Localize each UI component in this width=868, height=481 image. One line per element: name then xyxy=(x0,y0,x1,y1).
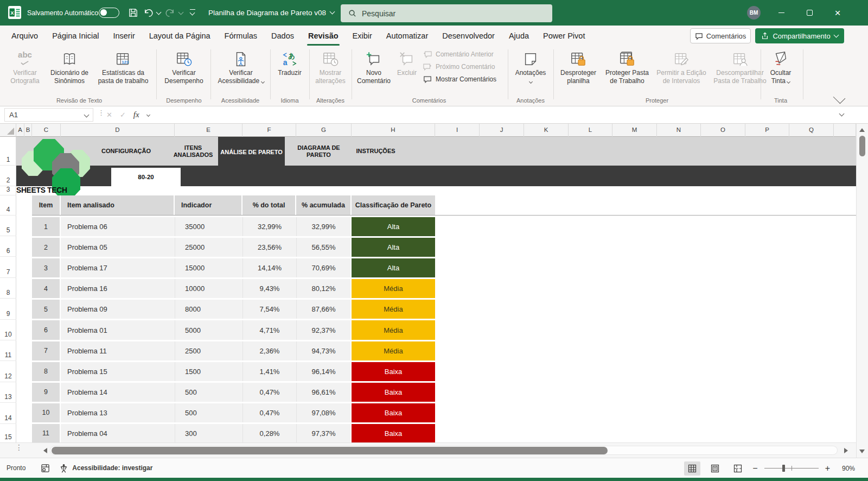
cell-item-number[interactable]: 10 xyxy=(32,403,60,422)
name-box-dropdown-icon[interactable] xyxy=(84,112,90,118)
cell-classificacao[interactable]: Alta xyxy=(352,258,435,277)
row-header[interactable]: 11 xyxy=(0,340,16,361)
table-row[interactable]: 4 Problema 16 10000 9,43% 80,12% Média xyxy=(32,277,435,298)
cell-pct-total[interactable]: 14,14% xyxy=(242,258,296,277)
ribbon-tab[interactable]: Ajuda xyxy=(502,26,536,46)
row-header[interactable]: 13 xyxy=(0,382,16,403)
cell-item-number[interactable]: 7 xyxy=(32,341,60,360)
show-comments-button[interactable]: Mostrar Comentários xyxy=(423,75,496,83)
header-cell-pct-acumulada[interactable]: % acumulada xyxy=(296,195,352,215)
cell-indicador[interactable]: 15000 xyxy=(175,258,242,277)
row-header[interactable]: 4 xyxy=(0,195,16,216)
row-header[interactable]: 1 xyxy=(0,137,16,166)
column-header[interactable]: B xyxy=(24,124,32,137)
column-header[interactable]: O xyxy=(701,124,745,137)
cell-pct-total[interactable]: 32,99% xyxy=(242,217,296,236)
cell-item-analisado[interactable]: Problema 13 xyxy=(61,403,175,422)
cell-indicador[interactable]: 500 xyxy=(175,383,242,402)
header-cell-item[interactable]: Item xyxy=(32,195,61,215)
cell-classificacao[interactable]: Alta xyxy=(352,238,435,257)
row-header[interactable]: 14 xyxy=(0,403,16,424)
column-header[interactable]: C xyxy=(32,124,61,137)
row-header[interactable]: 2 xyxy=(0,166,16,186)
ribbon-tab[interactable]: Revisão xyxy=(301,26,346,46)
cell-item-analisado[interactable]: Problema 09 xyxy=(61,300,175,319)
share-button[interactable]: Compartilhamento xyxy=(755,28,844,43)
column-header[interactable] xyxy=(834,124,856,137)
cell-classificacao[interactable]: Baixa xyxy=(352,383,435,402)
column-header[interactable]: E xyxy=(175,124,242,137)
ribbon-tab[interactable]: Layout da Página xyxy=(142,26,218,46)
allow-edit-ranges-button[interactable]: Permitir a Edição de Intervalos xyxy=(653,48,710,85)
table-row[interactable]: 5 Problema 09 8000 7,54% 87,66% Média xyxy=(32,298,435,319)
close-button[interactable]: × xyxy=(825,0,850,26)
accessibility-status-icon[interactable] xyxy=(60,464,68,473)
column-header[interactable]: G xyxy=(296,124,352,137)
ribbon-tab[interactable]: Página Inicial xyxy=(45,26,106,46)
ribbon-tab[interactable]: Fórmulas xyxy=(218,26,264,46)
cell-pct-total[interactable]: 9,43% xyxy=(242,279,296,298)
next-comment-button[interactable]: Próximo Comentário xyxy=(423,63,495,71)
row-header[interactable]: 5 xyxy=(0,216,16,236)
show-changes-button[interactable]: Mostrar alterações xyxy=(312,48,348,85)
cell-pct-acumulada[interactable]: 97,08% xyxy=(296,403,350,422)
subtab-80-20[interactable]: 80-20 xyxy=(111,168,181,186)
cell-indicador[interactable]: 8000 xyxy=(175,300,242,319)
select-all-corner[interactable] xyxy=(0,124,16,137)
delete-comment-button[interactable]: Excluir xyxy=(394,48,420,77)
column-header[interactable]: Q xyxy=(789,124,834,137)
autosave-toggle[interactable] xyxy=(99,8,119,18)
cell-item-number[interactable]: 11 xyxy=(32,424,60,442)
h-scrollbar-thumb[interactable] xyxy=(52,447,608,454)
name-box[interactable]: A1 xyxy=(4,108,93,122)
nav-tab-configuracao[interactable]: CONFIGURAÇÃO xyxy=(84,137,168,166)
view-page-layout-button[interactable] xyxy=(707,461,723,476)
insert-function-button[interactable]: fx xyxy=(133,110,139,119)
ribbon-tab[interactable]: Exibir xyxy=(346,26,379,46)
cell-item-number[interactable]: 3 xyxy=(32,258,60,277)
table-row[interactable]: 9 Problema 14 500 0,47% 96,61% Baixa xyxy=(32,381,435,402)
formula-input[interactable] xyxy=(156,108,846,122)
cell-indicador[interactable]: 300 xyxy=(175,424,242,442)
header-cell-indicador[interactable]: Indicador xyxy=(175,195,242,215)
zoom-slider[interactable] xyxy=(764,468,819,469)
cell-pct-total[interactable]: 0,28% xyxy=(242,424,296,442)
zoom-in-button[interactable]: + xyxy=(825,464,830,473)
unprotect-sheet-button[interactable]: Desproteger planilha xyxy=(556,48,601,85)
cell-classificacao[interactable]: Média xyxy=(352,300,435,319)
translate-button[interactable]: あ a Traduzir xyxy=(273,48,306,77)
check-accessibility-button[interactable]: Verificar Acessibilidade xyxy=(216,48,266,85)
cell-pct-total[interactable]: 23,56% xyxy=(242,238,296,257)
row-header[interactable]: 8 xyxy=(0,278,16,299)
header-cell-item-analisado[interactable]: Item analisado xyxy=(61,195,175,215)
cell-item-analisado[interactable]: Problema 16 xyxy=(61,279,175,298)
cell-item-analisado[interactable]: Problema 06 xyxy=(61,217,175,236)
scroll-left-icon[interactable] xyxy=(43,448,47,453)
save-icon[interactable] xyxy=(128,8,138,18)
column-header[interactable]: D xyxy=(61,124,175,137)
cell-indicador[interactable]: 5000 xyxy=(175,320,242,339)
ribbon-tab[interactable]: Inserir xyxy=(106,26,142,46)
spelling-button[interactable]: abc Verificar Ortografia xyxy=(5,48,44,85)
ribbon-tab[interactable]: Desenvolvedor xyxy=(435,26,502,46)
row-header[interactable]: 12 xyxy=(0,361,16,382)
check-performance-button[interactable]: Verificar Desempenho xyxy=(161,48,207,85)
cell-item-analisado[interactable]: Problema 05 xyxy=(61,238,175,257)
quick-access-customize-icon[interactable] xyxy=(190,9,195,10)
cell-item-analisado[interactable]: Problema 17 xyxy=(61,258,175,277)
minimize-button[interactable] xyxy=(769,0,794,26)
view-normal-button[interactable] xyxy=(684,461,700,476)
column-header[interactable]: K xyxy=(524,124,569,137)
header-cell-classificacao[interactable]: Classificação de Pareto xyxy=(352,195,435,215)
v-scrollbar[interactable] xyxy=(856,124,868,458)
v-scrollbar-thumb[interactable] xyxy=(859,136,865,156)
cell-pct-acumulada[interactable]: 96,14% xyxy=(296,362,350,381)
avatar[interactable]: BM xyxy=(747,6,761,20)
cell-item-number[interactable]: 2 xyxy=(32,238,60,257)
thesaurus-button[interactable]: Dicionário de Sinônimos xyxy=(47,48,92,85)
row-header[interactable]: 10 xyxy=(0,320,16,340)
scroll-down-icon[interactable] xyxy=(859,450,865,453)
cell-pct-acumulada[interactable]: 80,12% xyxy=(296,279,350,298)
table-row[interactable]: 3 Problema 17 15000 14,14% 70,69% Alta xyxy=(32,257,435,277)
cell-item-analisado[interactable]: Problema 15 xyxy=(61,362,175,381)
